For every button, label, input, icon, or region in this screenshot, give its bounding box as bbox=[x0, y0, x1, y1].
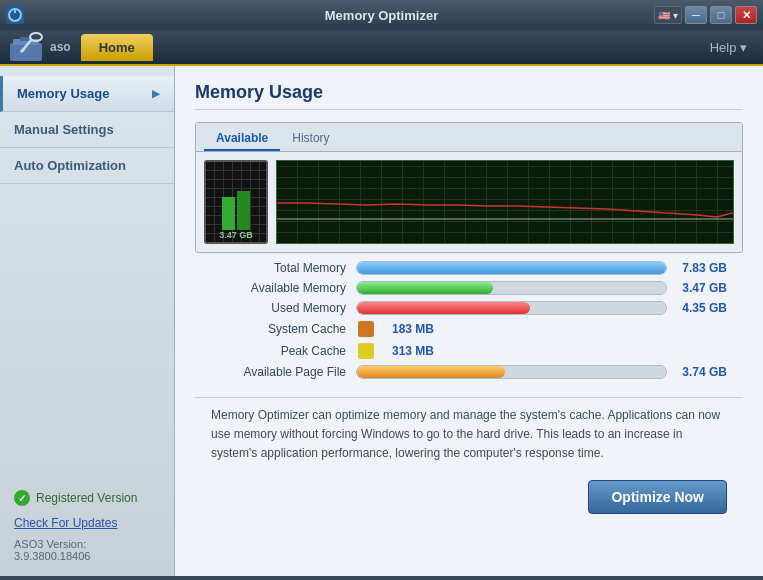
stat-bar-fill-total bbox=[357, 262, 666, 274]
app-title: Memory Optimizer bbox=[0, 8, 763, 23]
stat-label-used: Used Memory bbox=[211, 301, 356, 315]
gauge-box: 3.47 GB bbox=[204, 160, 268, 244]
sidebar-bottom: ✓ Registered Version Check For Updates A… bbox=[0, 474, 174, 576]
content-area: Memory Usage Available History 3.47 GB bbox=[175, 66, 763, 576]
main-container: Memory Usage ▶ Manual Settings Auto Opti… bbox=[0, 66, 763, 576]
stat-row-used: Used Memory 4.35 GB bbox=[211, 301, 727, 315]
stat-label-peakcache: Peak Cache bbox=[211, 344, 356, 358]
stat-row-pagefile: Available Page File 3.74 GB bbox=[211, 365, 727, 379]
stat-label-total: Total Memory bbox=[211, 261, 356, 275]
stat-value-peakcache: 313 MB bbox=[374, 344, 434, 358]
title-bar: Memory Optimizer 🇺🇸 ▾ ─ □ ✕ bbox=[0, 0, 763, 30]
stat-bar-fill-pagefile bbox=[357, 366, 505, 378]
tab-history[interactable]: History bbox=[280, 127, 341, 151]
menu-bar: aso Home Help ▾ bbox=[0, 30, 763, 66]
title-bar-left bbox=[6, 6, 24, 24]
stat-value-syscache: 183 MB bbox=[374, 322, 434, 336]
help-button[interactable]: Help ▾ bbox=[702, 36, 755, 59]
sidebar-item-memory-usage-label: Memory Usage bbox=[17, 86, 109, 101]
stat-value-available: 3.47 GB bbox=[667, 281, 727, 295]
status-bar: sysdl.com bbox=[0, 576, 763, 580]
app-icon bbox=[6, 6, 24, 24]
optimize-button[interactable]: Optimize Now bbox=[588, 480, 727, 514]
check-icon: ✓ bbox=[14, 490, 30, 506]
gauge-label: 3.47 GB bbox=[219, 230, 253, 242]
stat-label-syscache: System Cache bbox=[211, 322, 356, 336]
stat-label-pagefile: Available Page File bbox=[211, 365, 356, 379]
sidebar-item-manual-settings-label: Manual Settings bbox=[14, 122, 114, 137]
sidebar-arrow-icon: ▶ bbox=[152, 88, 160, 99]
minimize-button[interactable]: ─ bbox=[685, 6, 707, 24]
peak-cache-indicator bbox=[358, 343, 374, 359]
sidebar-item-auto-optimization-label: Auto Optimization bbox=[14, 158, 126, 173]
stat-bar-total bbox=[356, 261, 667, 275]
stat-bar-fill-available bbox=[357, 282, 493, 294]
stat-value-total: 7.83 GB bbox=[667, 261, 727, 275]
description-text: Memory Optimizer can optimize memory and… bbox=[195, 397, 743, 472]
sidebar: Memory Usage ▶ Manual Settings Auto Opti… bbox=[0, 66, 175, 576]
registered-status: ✓ Registered Version bbox=[14, 484, 160, 512]
maximize-button[interactable]: □ bbox=[710, 6, 732, 24]
system-cache-indicator bbox=[358, 321, 374, 337]
optimize-row: Optimize Now bbox=[195, 472, 743, 522]
stats-section: Total Memory 7.83 GB Available Memory 3.… bbox=[195, 253, 743, 393]
stat-label-available: Available Memory bbox=[211, 281, 356, 295]
stat-value-pagefile: 3.74 GB bbox=[667, 365, 727, 379]
close-button[interactable]: ✕ bbox=[735, 6, 757, 24]
history-chart bbox=[276, 160, 734, 244]
stat-bar-available bbox=[356, 281, 667, 295]
stat-row-syscache: System Cache 183 MB bbox=[211, 321, 727, 337]
stat-bar-pagefile bbox=[356, 365, 667, 379]
stat-bar-fill-used bbox=[357, 302, 530, 314]
check-updates-link[interactable]: Check For Updates bbox=[14, 512, 160, 534]
registered-label: Registered Version bbox=[36, 491, 137, 505]
stat-row-peakcache: Peak Cache 313 MB bbox=[211, 343, 727, 359]
sidebar-item-auto-optimization[interactable]: Auto Optimization bbox=[0, 148, 174, 184]
chart-section: Available History 3.47 GB bbox=[195, 122, 743, 253]
home-tab[interactable]: Home bbox=[81, 34, 153, 61]
sidebar-item-memory-usage[interactable]: Memory Usage ▶ bbox=[0, 76, 174, 112]
stat-row-total: Total Memory 7.83 GB bbox=[211, 261, 727, 275]
stat-value-used: 4.35 GB bbox=[667, 301, 727, 315]
stat-bar-used bbox=[356, 301, 667, 315]
logo-text: aso bbox=[50, 40, 71, 54]
menu-tabs: Home bbox=[81, 34, 153, 61]
tab-available[interactable]: Available bbox=[204, 127, 280, 151]
stat-row-available: Available Memory 3.47 GB bbox=[211, 281, 727, 295]
content-title: Memory Usage bbox=[195, 82, 743, 110]
version-text: ASO3 Version: 3.9.3800.18406 bbox=[14, 534, 160, 566]
sidebar-item-manual-settings[interactable]: Manual Settings bbox=[0, 112, 174, 148]
chart-tabs: Available History bbox=[196, 123, 742, 152]
flag-button[interactable]: 🇺🇸 ▾ bbox=[654, 6, 682, 24]
app-logo: aso bbox=[8, 29, 71, 65]
title-bar-controls: 🇺🇸 ▾ ─ □ ✕ bbox=[654, 6, 757, 24]
chart-lines bbox=[277, 161, 733, 243]
logo-icon bbox=[8, 29, 44, 65]
chart-area: 3.47 GB bbox=[196, 152, 742, 252]
sidebar-spacer bbox=[0, 184, 174, 474]
